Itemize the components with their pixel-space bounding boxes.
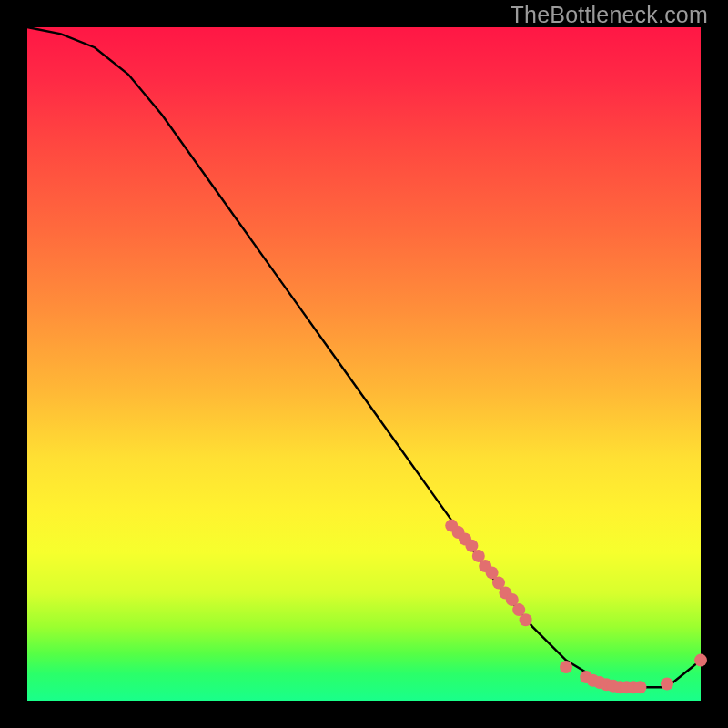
curve-marker: [633, 681, 646, 693]
plot-area: [27, 27, 701, 701]
curve-svg: [27, 27, 701, 701]
watermark-text: TheBottleneck.com: [511, 2, 708, 28]
curve-marker: [520, 613, 532, 626]
bottleneck-curve: [27, 27, 701, 687]
chart-frame: TheBottleneck.com: [0, 0, 728, 728]
curve-marker: [694, 654, 707, 667]
curve-marker: [560, 661, 572, 673]
curve-marker: [661, 678, 673, 691]
